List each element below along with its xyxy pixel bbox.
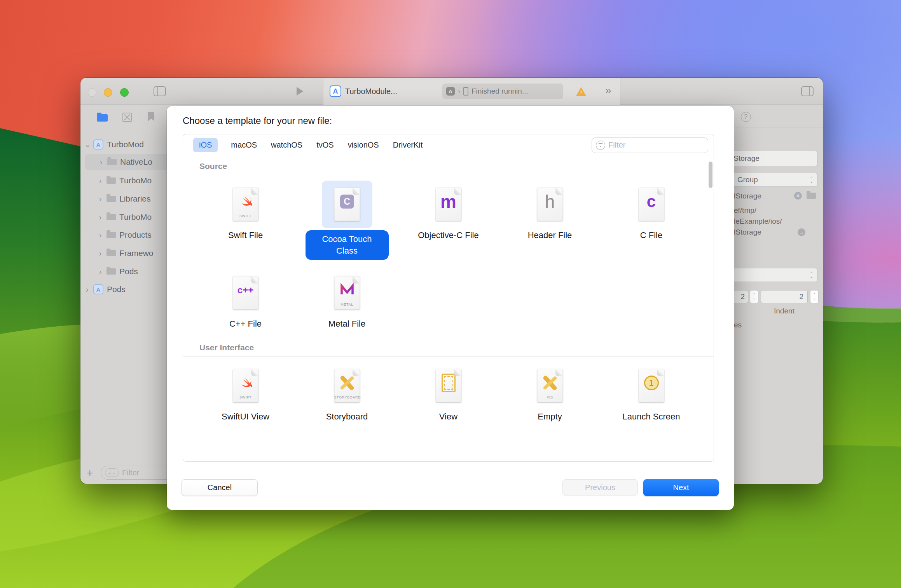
- indent-label: Indent: [761, 307, 808, 315]
- bookmark-navigator-icon[interactable]: [148, 112, 154, 121]
- template-label: Empty: [538, 412, 562, 422]
- section-title-user-interface: User Interface: [183, 337, 714, 356]
- view-icon: [436, 369, 461, 402]
- folder-icon: [107, 214, 116, 220]
- template-storyboard[interactable]: STORYBOARD Storyboard: [296, 362, 398, 422]
- filter-icon: ≡ ⌄: [105, 468, 119, 477]
- template-label: View: [439, 412, 457, 422]
- double-chevron-icon[interactable]: »: [605, 84, 611, 97]
- chevron-down-icon[interactable]: ⌄: [84, 140, 90, 149]
- project-navigator-icon[interactable]: [97, 114, 108, 122]
- template-label: Storyboard: [326, 412, 368, 422]
- zoom-traffic-light[interactable]: [120, 88, 129, 97]
- activity-status[interactable]: A › Finished runnin...: [442, 84, 563, 99]
- xcode-project-icon: A: [330, 85, 341, 97]
- file-name-field[interactable]: lStorage: [727, 151, 817, 166]
- chevron-right-icon[interactable]: ›: [98, 176, 103, 185]
- stepper-control[interactable]: ⌃⌄: [750, 290, 758, 303]
- header-file-icon: h: [537, 188, 563, 221]
- next-button[interactable]: Next: [643, 479, 719, 496]
- titlebar[interactable]: A TurboModule... A › Finished runnin... …: [80, 78, 823, 105]
- template-cpp-file[interactable]: c++ C++ File: [195, 269, 296, 329]
- tab-ios[interactable]: iOS: [193, 138, 218, 152]
- tree-label: TurboMod: [107, 140, 144, 149]
- cancel-button[interactable]: Cancel: [182, 479, 258, 496]
- template-swiftui-view[interactable]: SWIFT SwiftUI View: [195, 362, 296, 422]
- icon-caption: STORYBOARD: [334, 395, 360, 399]
- template-launch-screen[interactable]: 1 Launch Screen: [601, 362, 702, 422]
- chevron-right-icon[interactable]: ›: [84, 285, 90, 294]
- text-settings-dropdown[interactable]: ⌃⌄: [727, 268, 817, 282]
- empty-xib-icon: XIB: [537, 369, 563, 402]
- tree-label: NativeLo: [120, 157, 152, 167]
- template-label: Objective-C File: [418, 230, 478, 240]
- storyboard-icon: STORYBOARD: [334, 369, 360, 402]
- template-objective-c-file[interactable]: m Objective-C File: [398, 181, 499, 260]
- indent-value: 2: [799, 292, 803, 301]
- metal-file-icon: METAL: [334, 276, 360, 310]
- template-c-file[interactable]: c C File: [601, 181, 702, 260]
- full-path-text: ef/tmp/ leExample/ios/ lStorage: [734, 205, 782, 238]
- section-title-source: Source: [183, 156, 714, 175]
- template-filter-field[interactable]: [592, 137, 708, 153]
- tab-tvos[interactable]: tvOS: [316, 138, 334, 152]
- folder-icon: [107, 250, 116, 256]
- ui-template-grid: SWIFT SwiftUI View STORYBOARD Storyboard: [183, 357, 714, 430]
- tree-label: TurboMo: [119, 176, 152, 185]
- tree-label: TurboMo: [119, 212, 152, 222]
- scrollbar-thumb[interactable]: [709, 162, 712, 188]
- template-swift-file[interactable]: SWIFT Swift File: [195, 181, 296, 260]
- type-dropdown[interactable]: Group ⌃⌄: [727, 173, 817, 187]
- previous-button[interactable]: Previous: [562, 479, 638, 496]
- chevron-right-icon[interactable]: ›: [98, 249, 103, 258]
- clear-icon[interactable]: ✕: [794, 192, 802, 200]
- indent-width-field[interactable]: 2: [761, 290, 808, 303]
- run-button-icon[interactable]: [297, 87, 303, 96]
- tree-label: Framewo: [119, 249, 154, 258]
- tab-visionos[interactable]: visionOS: [347, 138, 380, 152]
- close-traffic-light[interactable]: [88, 88, 96, 97]
- help-icon[interactable]: ?: [741, 112, 751, 122]
- arrow-jump-icon[interactable]: →: [798, 228, 805, 236]
- tree-label: Products: [119, 230, 152, 240]
- c-file-icon: c: [639, 188, 664, 221]
- stepper-control[interactable]: ⌃⌄: [810, 290, 819, 303]
- filter-input[interactable]: [608, 141, 698, 150]
- left-sidebar-toggle-icon[interactable]: [154, 86, 166, 96]
- folder-icon[interactable]: [807, 193, 816, 199]
- window-title: TurboModule...: [345, 87, 397, 96]
- project-icon: A: [93, 284, 103, 294]
- template-metal-file[interactable]: METAL Metal File: [296, 269, 398, 329]
- template-cocoa-touch-class[interactable]: C Cocoa Touch Class: [296, 181, 398, 260]
- tab-driverkit[interactable]: DriverKit: [392, 138, 424, 152]
- template-label: Metal File: [328, 319, 365, 329]
- right-sidebar-toggle-icon[interactable]: [801, 86, 814, 96]
- chevron-right-icon[interactable]: ›: [98, 267, 103, 276]
- tab-watchos[interactable]: watchOS: [270, 138, 303, 152]
- template-label: Header File: [528, 230, 572, 240]
- template-view[interactable]: View: [398, 362, 499, 422]
- wrap-lines-label: es: [734, 321, 742, 329]
- chevron-right-icon[interactable]: ›: [98, 213, 103, 222]
- template-label: SwiftUI View: [222, 412, 269, 422]
- chevron-right-icon[interactable]: ›: [98, 195, 103, 204]
- chevron-right-icon[interactable]: ›: [98, 231, 103, 240]
- folder-icon: [107, 177, 116, 184]
- template-label-selected: Cocoa Touch Class: [306, 230, 389, 260]
- chevron-right-icon[interactable]: ›: [98, 158, 104, 167]
- iphone-device-icon: [463, 87, 468, 96]
- template-empty[interactable]: XIB Empty: [499, 362, 601, 422]
- add-button[interactable]: +: [87, 467, 93, 479]
- template-label: C File: [640, 230, 662, 240]
- crossref-navigator-icon[interactable]: [122, 113, 132, 122]
- stepper-chevrons-icon: ⌃⌄: [810, 271, 813, 278]
- swift-file-icon: SWIFT: [233, 188, 258, 221]
- tab-macos[interactable]: macOS: [230, 138, 258, 152]
- dialog-title: Choose a template for your new file:: [183, 115, 332, 126]
- icon-caption: METAL: [334, 303, 360, 306]
- icon-caption: XIB: [537, 395, 563, 399]
- template-header-file[interactable]: h Header File: [499, 181, 601, 260]
- minimize-traffic-light[interactable]: [104, 88, 112, 97]
- template-scroll-area[interactable]: Source SWIFT Swift File: [183, 156, 714, 461]
- folder-icon: [107, 268, 116, 275]
